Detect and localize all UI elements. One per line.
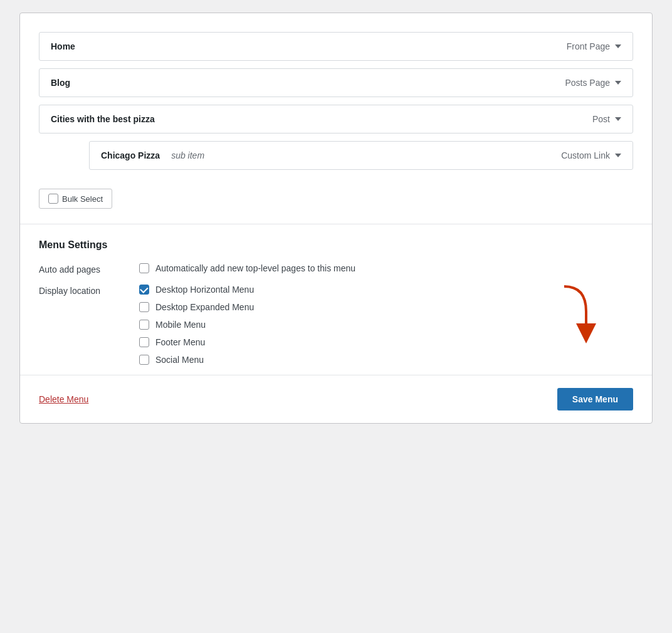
auto-add-checkbox-row: Automatically add new top-level pages to… bbox=[139, 263, 633, 273]
location-label-mobile_menu: Mobile Menu bbox=[155, 320, 206, 330]
menu-settings-section: Menu Settings Auto add pages Automatical… bbox=[39, 224, 633, 365]
auto-add-pages-row: Auto add pages Automatically add new top… bbox=[39, 263, 633, 275]
bulk-select-checkbox[interactable] bbox=[48, 194, 58, 204]
location-checkbox-desktop_expanded[interactable] bbox=[139, 302, 149, 312]
auto-add-label: Auto add pages bbox=[39, 263, 127, 275]
chevron-down-icon[interactable] bbox=[615, 154, 621, 157]
display-location-row: Display location Desktop Horizontal Menu… bbox=[39, 285, 633, 365]
menu-item-title-cities: Cities with the best pizza bbox=[51, 114, 155, 124]
menu-items-list: HomeFront PageBlogPosts PageCities with … bbox=[39, 32, 633, 170]
auto-add-checkbox[interactable] bbox=[139, 263, 149, 273]
location-label-desktop_horizontal: Desktop Horizontal Menu bbox=[155, 285, 254, 295]
menu-item-home[interactable]: HomeFront Page bbox=[39, 32, 633, 61]
save-menu-button[interactable]: Save Menu bbox=[557, 388, 633, 411]
menu-item-type-chicago: Custom Link bbox=[561, 150, 621, 160]
menu-item-blog[interactable]: BlogPosts Page bbox=[39, 68, 633, 97]
menu-item-type-home: Front Page bbox=[567, 41, 621, 51]
location-row-desktop_expanded: Desktop Expanded Menu bbox=[139, 302, 633, 312]
menu-item-type-blog: Posts Page bbox=[565, 78, 621, 88]
bulk-select-label: Bulk Select bbox=[62, 194, 103, 204]
chevron-down-icon[interactable] bbox=[615, 44, 621, 48]
location-checkbox-footer_menu[interactable] bbox=[139, 337, 149, 347]
location-label-footer_menu: Footer Menu bbox=[155, 337, 205, 347]
chevron-down-icon[interactable] bbox=[615, 117, 621, 121]
auto-add-description: Automatically add new top-level pages to… bbox=[155, 263, 355, 273]
display-location-label: Display location bbox=[39, 285, 127, 296]
location-label-desktop_expanded: Desktop Expanded Menu bbox=[155, 302, 254, 312]
chevron-down-icon[interactable] bbox=[615, 81, 621, 85]
location-row-social_menu: Social Menu bbox=[139, 355, 633, 365]
menu-item-title-blog: Blog bbox=[51, 78, 70, 88]
location-row-desktop_horizontal: Desktop Horizontal Menu bbox=[139, 285, 633, 295]
menu-item-subtitle-chicago: sub item bbox=[171, 150, 204, 160]
bulk-select-area: Bulk Select bbox=[39, 177, 633, 224]
location-label-social_menu: Social Menu bbox=[155, 355, 204, 365]
delete-menu-link[interactable]: Delete Menu bbox=[39, 394, 88, 404]
footer-area: Delete Menu Save Menu bbox=[20, 375, 652, 423]
menu-item-chicago[interactable]: Chicago Pizzasub itemCustom Link bbox=[89, 141, 633, 170]
display-location-content: Desktop Horizontal MenuDesktop Expanded … bbox=[139, 285, 633, 365]
bulk-select-button[interactable]: Bulk Select bbox=[39, 189, 112, 209]
auto-add-content: Automatically add new top-level pages to… bbox=[139, 263, 633, 273]
menu-item-title-home: Home bbox=[51, 41, 75, 51]
menu-item-cities[interactable]: Cities with the best pizzaPost bbox=[39, 105, 633, 133]
location-checkbox-mobile_menu[interactable] bbox=[139, 320, 149, 330]
menu-settings-title: Menu Settings bbox=[39, 239, 633, 251]
menu-item-title-chicago: Chicago Pizza bbox=[101, 150, 160, 160]
location-row-mobile_menu: Mobile Menu bbox=[139, 320, 633, 330]
menu-item-type-cities: Post bbox=[592, 114, 621, 124]
location-checkbox-social_menu[interactable] bbox=[139, 355, 149, 365]
menu-editor-container: HomeFront PageBlogPosts PageCities with … bbox=[19, 13, 653, 424]
location-row-footer_menu: Footer Menu bbox=[139, 337, 633, 347]
location-checkbox-desktop_horizontal[interactable] bbox=[139, 285, 149, 295]
